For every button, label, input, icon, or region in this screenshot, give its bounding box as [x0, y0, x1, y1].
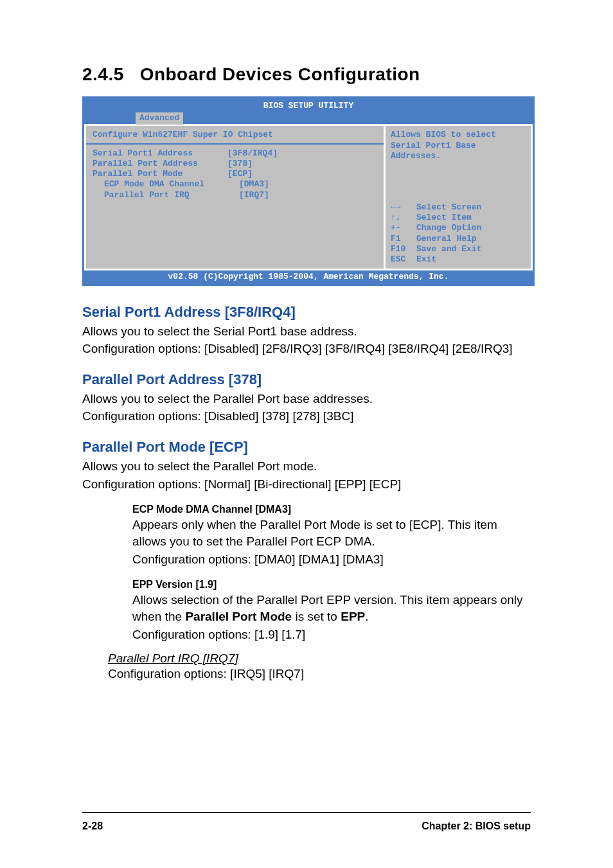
bios-footer: v02.58 (C)Copyright 1985-2004, American …	[84, 269, 533, 283]
bios-help-row: F1General Help	[391, 234, 526, 244]
bios-config-heading: Configure Win627EHF Super IO Chipset	[93, 130, 377, 140]
bios-setting-value: [3F8/IRQ4]	[227, 148, 278, 159]
body-text: Allows selection of the Parallel Port EP…	[132, 592, 531, 624]
bios-help-keys: ←→Select Screen ↑↓Select Item +-Change O…	[391, 202, 526, 265]
subheading-ecp: ECP Mode DMA Channel [DMA3]	[132, 504, 531, 515]
bios-setting-row[interactable]: ECP Mode DMA Channel [DMA3]	[93, 179, 377, 190]
bios-setting-row[interactable]: Parallel Port Mode [ECP]	[93, 169, 377, 179]
bios-setting-value: [IRQ7]	[239, 190, 269, 200]
bios-setting-label: ECP Mode DMA Channel	[93, 179, 239, 190]
body-text: Configuration options: [1.9] [1.7]	[132, 626, 531, 643]
body-text: Allows you to select the Serial Port1 ba…	[82, 323, 531, 340]
bios-setting-row[interactable]: Parallel Port IRQ [IRQ7]	[93, 190, 377, 200]
bios-setting-label: Serial Port1 Address	[93, 148, 227, 159]
bios-help-row: ↑↓Select Item	[391, 213, 526, 223]
bios-utility-box: BIOS SETUP UTILITY Advanced Configure Wi…	[82, 96, 535, 286]
chapter-label: Chapter 2: BIOS setup	[422, 820, 531, 832]
bios-setting-value: [ECP]	[227, 169, 253, 179]
body-text: Configuration options: [Disabled] [2F8/I…	[82, 341, 531, 357]
bios-help-row: ←→Select Screen	[391, 202, 526, 213]
body-text: Allows you to select the Parallel Port m…	[82, 458, 531, 475]
body-text: Configuration options: [IRQ5] [IRQ7]	[108, 666, 531, 682]
body-text: Configuration options: [Normal] [Bi-dire…	[82, 476, 531, 493]
body-text: Configuration options: [DMA0] [DMA1] [DM…	[132, 551, 531, 568]
bios-setting-row[interactable]: Parallel Port Address [378]	[93, 159, 377, 169]
subheading-paraddr: Parallel Port Address [378]	[82, 371, 531, 388]
bios-title: BIOS SETUP UTILITY	[84, 100, 533, 112]
bios-help-text: Allows BIOS to select Serial Port1 Base …	[391, 130, 526, 161]
body-text: Appears only when the Parallel Port Mode…	[132, 517, 531, 549]
page-number: 2-28	[82, 820, 103, 832]
bios-header: BIOS SETUP UTILITY Advanced	[84, 98, 533, 124]
subheading-irq: Parallel Port IRQ [IRQ7]	[108, 651, 531, 666]
bios-setting-value: [DMA3]	[239, 179, 269, 190]
body-text: Allows you to select the Parallel Port b…	[82, 391, 531, 407]
body-text: Configuration options: [Disabled] [378] …	[82, 408, 531, 425]
bios-help-row: ESCExit	[391, 254, 526, 265]
subheading-serial: Serial Port1 Address [3F8/IRQ4]	[82, 304, 531, 321]
section-heading: 2.4.5 Onboard Devices Configuration	[82, 64, 531, 85]
bios-help-row: +-Change Option	[391, 223, 526, 233]
section-title-text: Onboard Devices Configuration	[140, 64, 420, 84]
page-footer: 2-28 Chapter 2: BIOS setup	[82, 812, 531, 832]
subheading-parmode: Parallel Port Mode [ECP]	[82, 439, 531, 456]
subheading-epp: EPP Version [1.9]	[132, 579, 531, 590]
section-number: 2.4.5	[82, 64, 124, 84]
bios-settings-panel: Configure Win627EHF Super IO Chipset Ser…	[84, 126, 386, 269]
bios-setting-label: Parallel Port Mode	[93, 169, 227, 179]
bios-setting-row[interactable]: Serial Port1 Address [3F8/IRQ4]	[93, 148, 377, 159]
bios-tab-advanced[interactable]: Advanced	[136, 112, 183, 124]
bios-help-panel: Allows BIOS to select Serial Port1 Base …	[386, 126, 533, 269]
bios-setting-label: Parallel Port IRQ	[93, 190, 239, 200]
bios-setting-value: [378]	[227, 159, 253, 169]
bios-help-row: F10Save and Exit	[391, 244, 526, 254]
bios-setting-label: Parallel Port Address	[93, 159, 227, 169]
